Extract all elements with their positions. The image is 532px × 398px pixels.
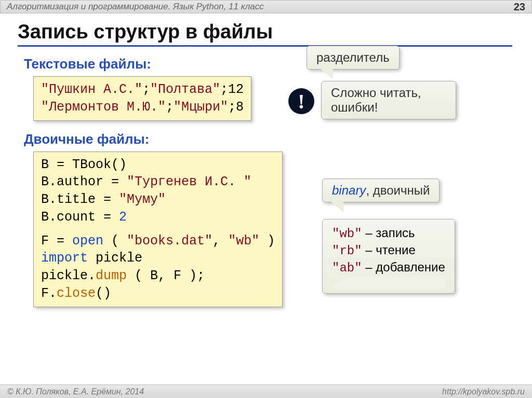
binary-files-codebox: B = TBook() B.author = "Тургенев И.С. " … <box>33 152 283 307</box>
code-line: B = TBook() <box>41 156 275 174</box>
binary-word-en: binary <box>332 183 366 197</box>
callout-tail-icon <box>332 277 445 288</box>
code-line: B.author = "Тургенев И.С. " <box>41 173 275 191</box>
warning-callout: Сложно читать, ошибки! <box>321 81 456 119</box>
text-files-codebox: "Пушкин А.С.";"Полтава";12 "Лермонтов М.… <box>33 76 251 121</box>
binary-files-heading: Двоичные файлы: <box>24 131 514 147</box>
page-number: 23 <box>514 1 525 13</box>
code-line: F.close() <box>41 285 275 303</box>
copyright: © К.Ю. Поляков, Е.А. Ерёмин, 2014 <box>7 387 144 396</box>
file-mode-row: "rb" – чтение <box>332 242 445 259</box>
callout-tail-icon <box>320 68 333 79</box>
binary-word-ru: , двоичный <box>366 183 430 197</box>
course-title: Алгоритмизация и программирование. Язык … <box>7 2 264 12</box>
code-line: B.count = 2 <box>41 209 275 226</box>
code-line: F = open ( "books.dat", "wb" ) <box>41 232 275 250</box>
code-line: pickle.dump ( B, F ); <box>41 267 275 285</box>
footer-bar: © К.Ю. Поляков, Е.А. Ерёмин, 2014 http:/… <box>0 385 532 398</box>
slide-title: Запись структур в файлы <box>18 21 512 47</box>
warning-badge: ! <box>288 88 314 114</box>
exclamation-icon: ! <box>298 89 304 114</box>
text-file-line: "Пушкин А.С.";"Полтава";12 <box>41 81 244 99</box>
separator-callout: разделитель <box>307 46 400 70</box>
header-bar: Алгоритмизация и программирование. Язык … <box>0 0 532 13</box>
file-mode-row: "ab" – добавление <box>332 259 445 276</box>
footer-url: http://kpolyakov.spb.ru <box>442 387 525 396</box>
warning-text: Сложно читать, ошибки! <box>331 86 421 114</box>
callout-tail-icon <box>330 201 343 212</box>
file-modes-box: "wb" – запись "rb" – чтение "ab" – добав… <box>322 219 455 294</box>
binary-callout: binary, двоичный <box>322 179 440 202</box>
text-file-line: "Лермонтов М.Ю.";"Мцыри";8 <box>41 99 244 116</box>
file-mode-row: "wb" – запись <box>332 225 445 242</box>
code-line: B.title = "Муму" <box>41 191 275 209</box>
separator-label: разделитель <box>316 50 390 64</box>
text-files-heading: Текстовые файлы: <box>24 56 514 72</box>
code-line: import pickle <box>41 250 275 267</box>
